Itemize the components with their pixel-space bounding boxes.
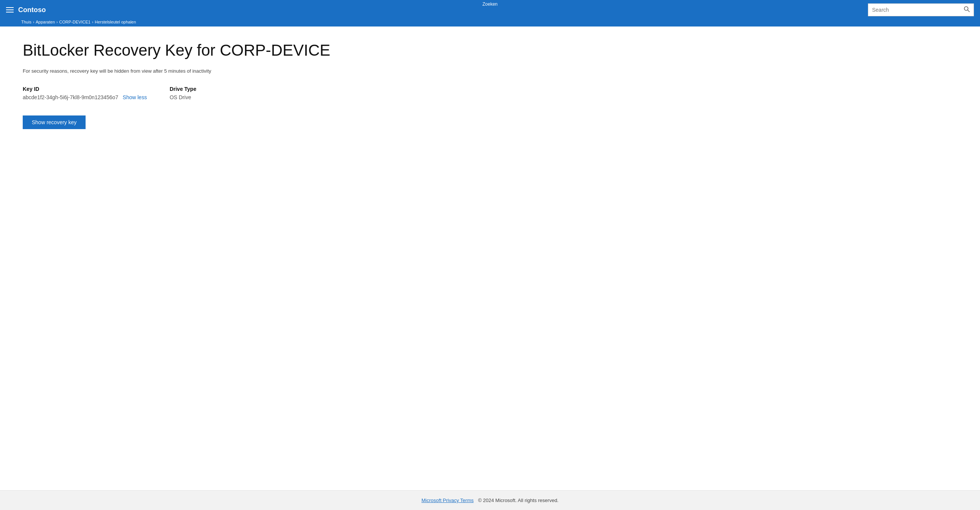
footer: Microsoft Privacy Terms © 2024 Microsoft… xyxy=(0,490,980,510)
breadcrumb-devices[interactable]: Apparaten xyxy=(36,20,55,24)
key-id-value: abcde1f2-34gh-5i6j-7kl8-9m0n123456o7 Sho… xyxy=(23,94,147,100)
drive-type-label: Drive Type xyxy=(170,86,245,92)
breadcrumb-separator-2: › xyxy=(56,20,57,24)
header: Contoso Zoeken xyxy=(0,0,980,20)
key-id-text: abcde1f2-34gh-5i6j-7kl8-9m0n123456o7 xyxy=(23,94,118,100)
key-grid: Key ID abcde1f2-34gh-5i6j-7kl8-9m0n12345… xyxy=(23,86,957,100)
breadcrumb-current: Herstelsleutel ophalen xyxy=(95,20,136,24)
breadcrumb: Thuis › Apparaten › CORP-DEVICE1 › Herst… xyxy=(21,20,974,24)
breadcrumb-home[interactable]: Thuis xyxy=(21,20,32,24)
breadcrumb-bar: Thuis › Apparaten › CORP-DEVICE1 › Herst… xyxy=(0,20,980,27)
privacy-terms-link[interactable]: Microsoft Privacy Terms xyxy=(422,497,474,503)
breadcrumb-separator-1: › xyxy=(33,20,34,24)
key-id-label: Key ID xyxy=(23,86,147,92)
main-content: BitLocker Recovery Key for CORP-DEVICE F… xyxy=(0,27,980,490)
breadcrumb-separator-3: › xyxy=(92,20,93,24)
search-label: Zoeken xyxy=(482,2,498,7)
breadcrumb-device[interactable]: CORP-DEVICE1 xyxy=(59,20,91,24)
search-input[interactable] xyxy=(868,7,960,13)
key-section: Key ID abcde1f2-34gh-5i6j-7kl8-9m0n12345… xyxy=(23,86,957,129)
menu-icon[interactable] xyxy=(6,7,14,13)
drive-type-col: Drive Type OS Drive xyxy=(170,86,245,100)
header-logo: Contoso xyxy=(18,6,46,14)
search-icon xyxy=(964,6,970,12)
search-button[interactable] xyxy=(960,6,974,14)
show-recovery-key-button[interactable]: Show recovery key xyxy=(23,116,86,129)
show-less-link[interactable]: Show less xyxy=(123,94,147,100)
search-input-wrapper xyxy=(868,3,974,16)
key-id-col: Key ID abcde1f2-34gh-5i6j-7kl8-9m0n12345… xyxy=(23,86,147,100)
footer-copyright: © 2024 Microsoft. All rights reserved. xyxy=(478,497,558,503)
svg-line-1 xyxy=(968,10,970,12)
security-notice: For security reasons, recovery key will … xyxy=(23,68,957,74)
page-title: BitLocker Recovery Key for CORP-DEVICE xyxy=(23,42,957,59)
drive-type-value: OS Drive xyxy=(170,94,245,100)
search-container xyxy=(868,3,974,16)
